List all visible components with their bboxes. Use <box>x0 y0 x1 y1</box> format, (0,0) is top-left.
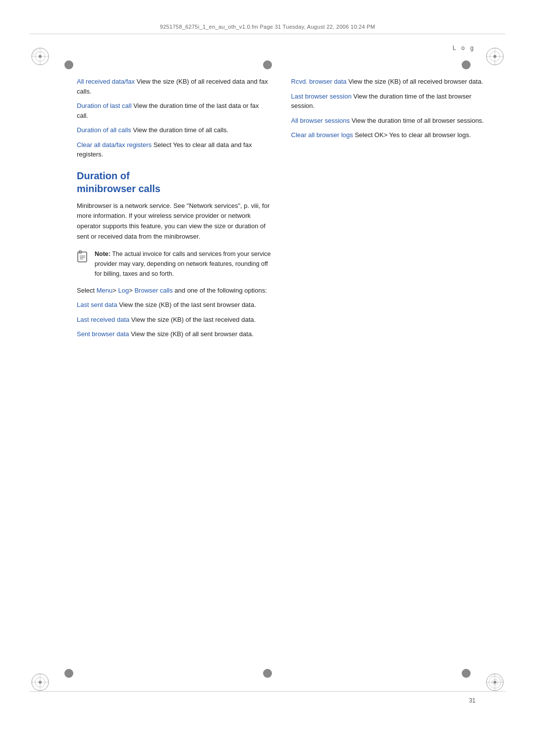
corner-decoration-tl <box>31 47 50 66</box>
section-heading-minibrowser: Duration ofminibrowser calls <box>77 169 271 195</box>
right-column: Rcvd. browser data View the size (KB) of… <box>291 77 486 344</box>
desc-last-received-data: View the size (KB) of the last received … <box>131 316 256 323</box>
note-content: Note: The actual invoice for calls and s… <box>95 249 271 279</box>
link-clear-browser-logs: Clear all browser logs <box>291 131 353 139</box>
link-duration-last-call: Duration of last call <box>77 102 132 109</box>
entry-rcvd-browser-data: Rcvd. browser data View the size (KB) of… <box>291 77 486 87</box>
header-rule <box>30 34 505 34</box>
entry-duration-last-call: Duration of last call View the duration … <box>77 101 271 120</box>
desc-sent-browser-data: View the size (KB) of all sent browser d… <box>131 330 254 338</box>
note-icon <box>77 250 90 263</box>
small-circle-top-left <box>64 60 73 69</box>
section-body-minibrowser: Minibrowser is a network service. See "N… <box>77 201 271 242</box>
svg-line-5 <box>33 49 35 51</box>
corner-decoration-bl <box>31 673 50 692</box>
footer-rule <box>30 691 505 692</box>
desc-last-sent-data: View the size (KB) of the last sent brow… <box>119 301 256 308</box>
main-content: All received data/fax View the size (KB)… <box>77 77 485 672</box>
desc-all-browser-sessions: View the duration time of all browser se… <box>352 117 484 124</box>
header-meta-text: 9251758_6275i_1_en_au_oth_v1.0.fm Page 3… <box>160 24 375 30</box>
note-label: Note: <box>95 251 110 257</box>
svg-line-7 <box>33 49 39 55</box>
entry-clear-data-fax: Clear all data/fax registers Select Yes … <box>77 140 271 159</box>
browser-calls-link: Browser calls <box>134 287 172 294</box>
note-box: Note: The actual invoice for calls and s… <box>77 249 271 279</box>
header-meta: 9251758_6275i_1_en_au_oth_v1.0.fm Page 3… <box>40 24 495 30</box>
two-columns-layout: All received data/fax View the size (KB)… <box>77 77 485 344</box>
link-sent-browser-data: Sent browser data <box>77 330 129 338</box>
entry-all-browser-sessions: All browser sessions View the duration t… <box>291 116 486 126</box>
small-circle-top-right <box>462 60 471 69</box>
desc-clear-browser-logs: Select OK> Yes to clear all browser logs… <box>355 131 471 139</box>
small-circle-bottom-right <box>462 669 471 678</box>
corner-decoration-br <box>485 673 504 692</box>
link-last-sent-data: Last sent data <box>77 301 117 308</box>
entry-all-received-data: All received data/fax View the size (KB)… <box>77 77 271 96</box>
link-all-received-data: All received data/fax <box>77 78 135 85</box>
link-last-received-data: Last received data <box>77 316 129 323</box>
page-label: L o g <box>453 45 476 51</box>
menu-link: Menu <box>97 287 113 294</box>
entry-last-sent-data: Last sent data View the size (KB) of the… <box>77 300 271 310</box>
link-last-browser-session: Last browser session <box>291 93 352 100</box>
small-circle-bottom-mid <box>263 669 272 678</box>
link-all-browser-sessions: All browser sessions <box>291 117 350 124</box>
svg-rect-13 <box>78 252 87 262</box>
left-column: All received data/fax View the size (KB)… <box>77 77 271 344</box>
small-circle-top-mid <box>263 60 272 69</box>
corner-decoration-tr <box>485 47 504 66</box>
link-duration-all-calls: Duration of all calls <box>77 126 131 134</box>
desc-rcvd-browser-data: View the size (KB) of all received brows… <box>348 78 483 85</box>
log-link: Log <box>118 287 129 294</box>
desc-duration-all-calls: View the duration time of all calls. <box>133 126 228 134</box>
entry-last-browser-session: Last browser session View the duration t… <box>291 92 486 111</box>
page-number: 31 <box>469 697 476 704</box>
entry-sent-browser-data: Sent browser data View the size (KB) of … <box>77 329 271 339</box>
link-rcvd-browser-data: Rcvd. browser data <box>291 78 347 85</box>
entry-last-received-data: Last received data View the size (KB) of… <box>77 315 271 325</box>
small-circle-bottom-left <box>64 669 73 678</box>
entry-clear-browser-logs: Clear all browser logs Select OK> Yes to… <box>291 130 486 140</box>
select-instruction: Select Menu> Log> Browser calls and one … <box>77 286 271 296</box>
page: 9251758_6275i_1_en_au_oth_v1.0.fm Page 3… <box>0 0 535 756</box>
entry-duration-all-calls: Duration of all calls View the duration … <box>77 125 271 135</box>
link-clear-data-fax: Clear all data/fax registers <box>77 141 152 149</box>
